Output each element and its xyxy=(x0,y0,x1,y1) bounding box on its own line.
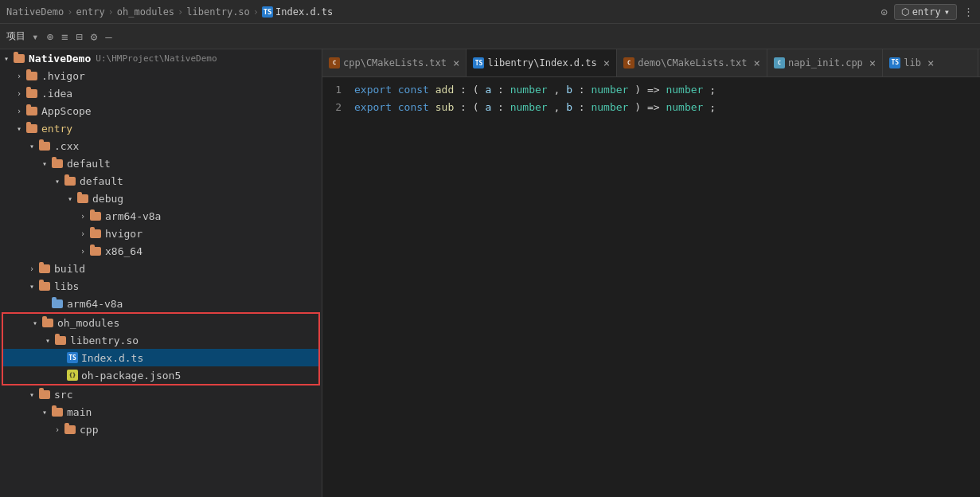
sidebar-item-arm64-2[interactable]: arm64-v8a xyxy=(0,295,322,312)
sidebar-item-appscope[interactable]: AppScope xyxy=(0,102,322,119)
sidebar-item-idea[interactable]: .idea xyxy=(0,84,322,102)
breadcrumb-active-file: Index.d.ts xyxy=(275,6,333,18)
sidebar-item-default1[interactable]: default xyxy=(0,155,322,172)
ts-icon-breadcrumb: TS xyxy=(262,6,273,18)
align-icon[interactable]: ≡ xyxy=(60,29,69,45)
entry-arrow xyxy=(13,122,25,135)
entry-label-tree: entry xyxy=(41,123,72,135)
tab-cmake2-label: demo\CMakeLists.txt xyxy=(638,57,747,68)
breadcrumb-oh_modules[interactable]: oh_modules xyxy=(117,6,174,18)
sidebar-root[interactable]: NativeDemo U:\HMProject\NativeDemo xyxy=(0,49,322,67)
hvigor2-folder-icon xyxy=(89,227,102,240)
tab-cpp1[interactable]: C napi_init.cpp × xyxy=(767,49,883,76)
entry-icon: ⬡ xyxy=(901,6,909,18)
settings-icon[interactable]: ⊙ xyxy=(880,6,887,18)
sidebar-item-hvigor2[interactable]: hvigor xyxy=(0,225,322,242)
src-arrow xyxy=(25,388,38,401)
hvigor-arrow xyxy=(13,69,25,82)
dropdown-icon: ▾ xyxy=(30,29,40,45)
param-a1: a xyxy=(485,84,491,96)
breadcrumb-sep4: › xyxy=(253,6,259,18)
breadcrumb-entry[interactable]: entry xyxy=(76,6,104,18)
appscope-arrow xyxy=(13,104,25,117)
tab-ts2-close[interactable]: × xyxy=(927,57,934,69)
more-icon[interactable]: ⋮ xyxy=(963,6,974,18)
root-folder-icon xyxy=(13,52,25,65)
hvigor-label: .hvigor xyxy=(41,70,85,82)
settings-icon2[interactable]: ⚙ xyxy=(89,29,99,45)
red-border-group: oh_modules libentry.so TS Index.d.ts {} … xyxy=(2,312,320,385)
tab-cmake1[interactable]: C cpp\CMakeLists.txt × xyxy=(322,49,467,76)
tab-cpp1-close[interactable]: × xyxy=(869,57,876,69)
src-label: src xyxy=(54,389,72,401)
sidebar-item-index-dts[interactable]: TS Index.d.ts xyxy=(3,349,318,366)
cpp1-icon: C xyxy=(774,57,785,68)
breadcrumb-libentry[interactable]: libentry.so xyxy=(186,6,249,18)
cxx-label: .cxx xyxy=(54,140,79,152)
tab-bar: C cpp\CMakeLists.txt × TS libentry\Index… xyxy=(322,49,980,77)
param-a2: a xyxy=(485,101,491,113)
build-folder-icon xyxy=(38,262,51,275)
cxx-folder-icon xyxy=(38,139,51,152)
arm64-2-label: arm64-v8a xyxy=(67,298,123,310)
main-arrow xyxy=(38,405,51,418)
sidebar-item-hvigor[interactable]: .hvigor xyxy=(0,67,322,84)
toolbar-left: 项目 ▾ ⊕ ≡ ⊟ ⚙ — xyxy=(6,29,166,45)
tab-cmake2-close[interactable]: × xyxy=(753,57,759,69)
sidebar-item-cxx[interactable]: .cxx xyxy=(0,137,322,155)
default1-folder-icon xyxy=(51,157,64,170)
tab-ts1-close[interactable]: × xyxy=(603,57,610,69)
tab-cmake1-close[interactable]: × xyxy=(453,57,459,69)
add-icon[interactable]: ⊕ xyxy=(45,29,54,45)
debug-label: debug xyxy=(92,193,123,205)
sidebar-item-x86_64[interactable]: x86_64 xyxy=(0,242,322,260)
index-dts-label: Index.d.ts xyxy=(81,352,143,364)
param-b2: b xyxy=(566,101,572,113)
cpp-label: cpp xyxy=(80,424,98,436)
appscope-label: AppScope xyxy=(41,105,92,117)
breadcrumb-nativedemo[interactable]: NativeDemo xyxy=(6,6,64,18)
sidebar-item-default2[interactable]: default xyxy=(0,172,322,190)
cmake2-icon: C xyxy=(623,57,634,68)
hvigor2-arrow xyxy=(76,227,89,240)
minimize-icon[interactable]: — xyxy=(103,29,113,45)
entry-badge[interactable]: ⬡ entry ▾ xyxy=(894,4,957,20)
sidebar-item-entry[interactable]: entry xyxy=(0,119,322,137)
x86-arrow xyxy=(76,245,89,257)
oh-package-icon: {} xyxy=(67,370,78,381)
keyword-export-1: export xyxy=(354,84,392,96)
tab-ts2[interactable]: TS lib × xyxy=(883,49,978,76)
sidebar-item-debug[interactable]: debug xyxy=(0,190,322,207)
src-folder-icon xyxy=(38,388,51,401)
appscope-folder-icon xyxy=(25,104,38,117)
default2-label: default xyxy=(80,175,123,187)
sidebar-item-cpp[interactable]: cpp xyxy=(0,421,322,438)
main-layout: NativeDemo U:\HMProject\NativeDemo .hvig… xyxy=(0,49,980,497)
sidebar-item-arm64-1[interactable]: arm64-v8a xyxy=(0,207,322,225)
entry-folder-icon xyxy=(25,122,38,135)
keyword-export-2: export xyxy=(354,101,392,113)
sidebar-item-libentry[interactable]: libentry.so xyxy=(3,331,318,349)
project-toolbar: 项目 ▾ ⊕ ≡ ⊟ ⚙ — xyxy=(0,24,980,49)
sidebar-item-libs[interactable]: libs xyxy=(0,277,322,295)
sidebar-item-build[interactable]: build xyxy=(0,260,322,277)
default2-arrow xyxy=(51,174,64,187)
top-bar-right: ⊙ ⬡ entry ▾ ⋮ xyxy=(880,4,974,20)
libentry-arrow xyxy=(41,334,54,346)
root-label: NativeDemo xyxy=(29,53,91,65)
code-text-1: export const add : ( a : number , b : nu… xyxy=(354,84,716,96)
param-b1: b xyxy=(566,84,572,96)
tab-cmake2[interactable]: C demo\CMakeLists.txt × xyxy=(617,49,767,76)
sidebar-item-oh_modules[interactable]: oh_modules xyxy=(3,314,318,331)
hvigor2-label: hvigor xyxy=(105,228,143,240)
code-text-2: export const sub : ( a : number , b : nu… xyxy=(354,101,716,113)
sidebar-item-oh-package[interactable]: {} oh-package.json5 xyxy=(3,366,318,384)
tab-cpp1-label: napi_init.cpp xyxy=(788,57,863,68)
collapse-icon[interactable]: ⊟ xyxy=(74,29,84,45)
sidebar-item-src[interactable]: src xyxy=(0,385,322,403)
editor-area: C cpp\CMakeLists.txt × TS libentry\Index… xyxy=(322,49,980,497)
root-arrow xyxy=(0,52,13,65)
sidebar-item-main[interactable]: main xyxy=(0,403,322,421)
fn-add: add xyxy=(435,84,454,96)
tab-ts1[interactable]: TS libentry\Index.d.ts × xyxy=(467,49,617,76)
